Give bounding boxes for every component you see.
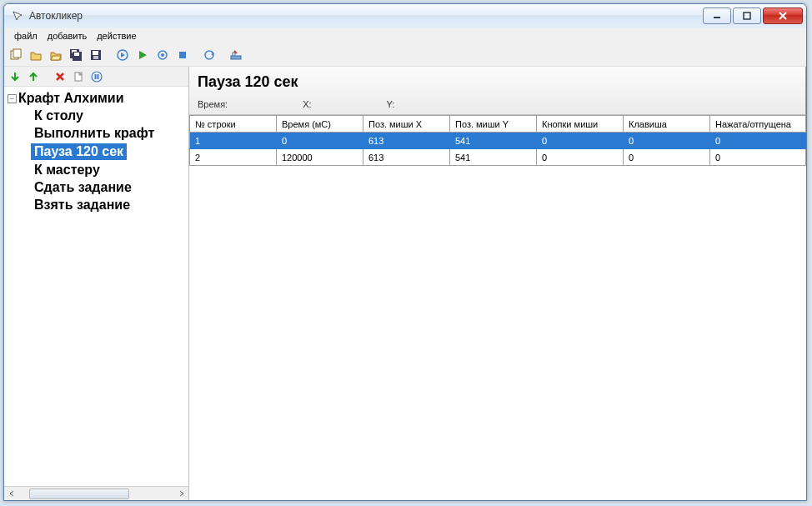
steps-table-wrap: № строкиВремя (мС)Поз. миши XПоз. миши Y… [189,115,806,166]
arrow-up-icon[interactable] [26,69,41,84]
svg-rect-10 [93,56,98,59]
maximize-button[interactable] [733,8,761,24]
tree-item[interactable]: Выполнить крафт [31,125,187,142]
svg-point-13 [161,53,164,57]
table-cell: 1 [190,133,277,149]
svg-point-18 [92,72,102,82]
svg-rect-1 [744,13,750,19]
save-all-icon[interactable] [68,47,84,63]
svg-rect-7 [74,53,79,56]
table-cell: 613 [363,149,450,166]
svg-rect-19 [95,74,97,79]
play-outline-icon[interactable] [114,47,131,63]
record-icon[interactable] [154,47,171,63]
delete-icon[interactable] [53,69,68,84]
detail-info: Время: X: Y: [198,99,797,109]
svg-rect-0 [714,17,720,18]
minimize-button[interactable] [703,8,731,24]
scroll-left-icon[interactable] [4,487,18,501]
loop-icon[interactable] [201,47,218,63]
sidebar-toolbar [4,67,188,87]
macro-tree: − Крафт Алхимии К столуВыполнить крафтПа… [4,87,188,486]
detail-header: Пауза 120 сек Время: X: Y: [189,67,806,115]
tree-item[interactable]: К мастеру [31,162,187,178]
svg-rect-9 [93,51,98,55]
table-header[interactable]: Поз. миши Y [450,116,537,133]
table-header[interactable]: Кнопки миши [537,116,624,133]
table-cell: 0 [710,149,806,166]
new-page-icon[interactable] [71,69,86,84]
tree-item[interactable]: К столу [31,108,187,124]
app-icon [11,9,24,23]
open-icon[interactable] [48,47,64,63]
table-header[interactable]: Поз. миши X [363,116,450,133]
titlebar: Автокликер [4,4,806,28]
save-icon[interactable] [88,47,104,63]
svg-rect-20 [98,74,99,79]
collapse-icon[interactable]: − [8,94,17,103]
detail-y-label: Y: [387,99,395,109]
table-cell: 0 [537,149,624,166]
table-cell: 613 [363,133,450,149]
main-toolbar [4,44,806,66]
tree-root-label: Крафт Алхимии [18,91,123,106]
open-folder-icon[interactable] [28,47,44,63]
scroll-right-icon[interactable] [174,487,188,501]
table-header[interactable]: Нажата/отпущена [710,116,806,133]
svg-rect-16 [231,56,241,59]
new-project-icon[interactable] [8,47,24,63]
table-header[interactable]: Время (мС) [277,116,363,133]
play-icon[interactable] [134,47,151,63]
arrow-down-icon[interactable] [8,69,23,84]
tree-item[interactable]: Взять задание [31,197,187,213]
menu-action[interactable]: действие [92,29,141,43]
settings-icon[interactable] [228,47,244,63]
detail-title: Пауза 120 сек [198,73,797,91]
table-cell: 0 [710,133,806,149]
scroll-thumb[interactable] [29,488,129,499]
main-panel: Пауза 120 сек Время: X: Y: № строкиВремя… [189,67,806,500]
stop-icon[interactable] [174,47,191,63]
sidebar: − Крафт Алхимии К столуВыполнить крафтПа… [4,67,189,500]
table-header[interactable]: Клавиша [624,116,710,133]
content-area: − Крафт Алхимии К столуВыполнить крафтПа… [4,66,806,500]
detail-x-label: X: [303,99,311,109]
tree-item[interactable]: Сдать задание [31,179,187,196]
table-row[interactable]: 10613541000 [190,133,806,149]
tree-root[interactable]: − Крафт Алхимии [6,90,187,107]
close-button[interactable] [763,8,803,24]
tree-item[interactable]: Пауза 120 сек [31,143,127,160]
table-cell: 0 [624,133,710,149]
table-header[interactable]: № строки [190,116,277,133]
table-cell: 541 [450,149,537,166]
menubar: файл добавить действие [4,28,806,44]
svg-rect-3 [13,49,21,58]
steps-table: № строкиВремя (мС)Поз. миши XПоз. миши Y… [189,115,806,166]
svg-rect-14 [179,52,186,58]
table-cell: 541 [450,133,537,149]
table-cell: 0 [277,133,363,149]
window-title: Автокликер [29,10,701,22]
detail-time-label: Время: [198,99,228,109]
table-cell: 120000 [277,149,363,166]
app-window: Автокликер файл добавить действие [3,3,807,501]
table-row[interactable]: 2120000613541000 [190,149,806,166]
table-cell: 2 [190,149,277,166]
menu-add[interactable]: добавить [43,29,92,43]
pause-icon[interactable] [89,69,104,84]
table-cell: 0 [624,149,710,166]
menu-file[interactable]: файл [9,29,43,43]
table-cell: 0 [537,133,624,149]
window-controls [701,8,803,24]
sidebar-scrollbar[interactable] [4,486,188,500]
